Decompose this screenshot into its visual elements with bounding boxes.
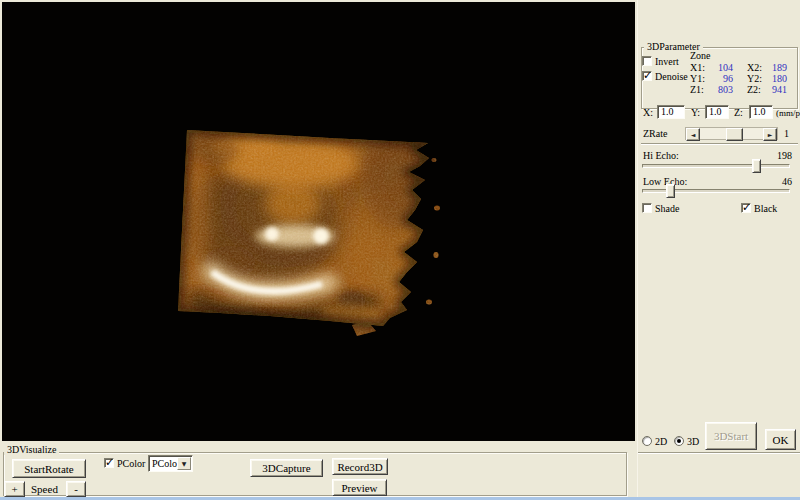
3dcapture-button[interactable]: 3DCapture bbox=[250, 459, 323, 477]
visualize-groupbox-title: 3DVisualize bbox=[4, 445, 59, 455]
zone-title: Zone bbox=[690, 51, 711, 61]
shade-checkbox[interactable] bbox=[642, 203, 652, 213]
zrate-label: ZRate bbox=[643, 129, 667, 139]
scroll-right-icon[interactable]: ► bbox=[763, 128, 777, 141]
mode-3d-label: 3D bbox=[687, 437, 699, 447]
invert-label: Invert bbox=[655, 57, 679, 67]
hi-echo-value: 198 bbox=[758, 151, 792, 161]
black-checkbox[interactable] bbox=[741, 203, 751, 213]
black-label: Black bbox=[754, 204, 777, 214]
app-window: 3DParameter Invert Denoise Zone X1: 104 … bbox=[0, 0, 800, 500]
zone-x2-value: 189 bbox=[757, 63, 787, 73]
hi-echo-slider-track[interactable] bbox=[642, 164, 790, 168]
zone-z1-value: 803 bbox=[703, 85, 733, 95]
scale-unit-label: (mm/p) bbox=[776, 108, 800, 118]
mode-2d-radio[interactable] bbox=[642, 436, 652, 446]
zone-y1-value: 96 bbox=[703, 74, 733, 84]
speed-label: Speed bbox=[31, 484, 58, 494]
denoise-label: Denoise bbox=[655, 72, 688, 82]
speed-plus-button[interactable]: + bbox=[4, 481, 25, 497]
scale-x-input[interactable]: 1.0 bbox=[657, 105, 685, 119]
ok-button[interactable]: OK bbox=[765, 429, 796, 450]
visualize-panel: 3DVisualize StartRotate + Speed - PColor… bbox=[0, 441, 637, 500]
zrate-scrollbar[interactable]: ◄ ► bbox=[685, 127, 778, 140]
mode-3d-radio[interactable] bbox=[674, 436, 684, 446]
record3d-button[interactable]: Record3D bbox=[332, 458, 388, 475]
scale-y-input[interactable]: 1.0 bbox=[705, 105, 729, 119]
scale-y-label: Y: bbox=[691, 108, 700, 118]
speed-minus-button[interactable]: - bbox=[66, 481, 86, 497]
scroll-left-icon[interactable]: ◄ bbox=[686, 128, 700, 141]
shade-label: Shade bbox=[655, 204, 679, 214]
invert-checkbox[interactable] bbox=[642, 56, 652, 66]
parameter-panel: 3DParameter Invert Denoise Zone X1: 104 … bbox=[637, 0, 800, 500]
preview-button[interactable]: Preview bbox=[332, 479, 387, 496]
pcolor-dropdown[interactable]: PColor ▼ bbox=[148, 455, 193, 472]
zone-z1-label: Z1: bbox=[690, 85, 704, 95]
3dstart-button[interactable]: 3DStart bbox=[705, 422, 757, 450]
ultrasound-3d-render bbox=[2, 2, 635, 441]
low-echo-value: 46 bbox=[758, 177, 792, 187]
zrate-scrollbar-thumb[interactable] bbox=[726, 128, 743, 141]
hi-echo-label: Hi Echo: bbox=[643, 151, 679, 161]
divider bbox=[638, 452, 800, 454]
pcolor-checkbox[interactable] bbox=[104, 458, 114, 468]
chevron-down-icon[interactable]: ▼ bbox=[177, 457, 191, 470]
denoise-checkbox[interactable] bbox=[642, 71, 652, 81]
zone-y2-value: 180 bbox=[757, 74, 787, 84]
start-rotate-button[interactable]: StartRotate bbox=[12, 459, 86, 478]
low-echo-slider-track[interactable] bbox=[642, 189, 790, 193]
zone-x1-value: 104 bbox=[703, 63, 733, 73]
zone-z2-value: 941 bbox=[757, 85, 787, 95]
hi-echo-slider-thumb[interactable] bbox=[752, 159, 761, 173]
scale-x-label: X: bbox=[643, 108, 653, 118]
mode-2d-label: 2D bbox=[655, 437, 667, 447]
pcolor-label: PColor bbox=[117, 459, 145, 469]
render-viewport[interactable] bbox=[2, 2, 635, 441]
zrate-value: 1 bbox=[784, 129, 789, 139]
divider bbox=[641, 143, 798, 145]
low-echo-slider-thumb[interactable] bbox=[666, 184, 675, 198]
scale-z-label: Z: bbox=[734, 108, 743, 118]
scale-z-input[interactable]: 1.0 bbox=[749, 105, 773, 119]
